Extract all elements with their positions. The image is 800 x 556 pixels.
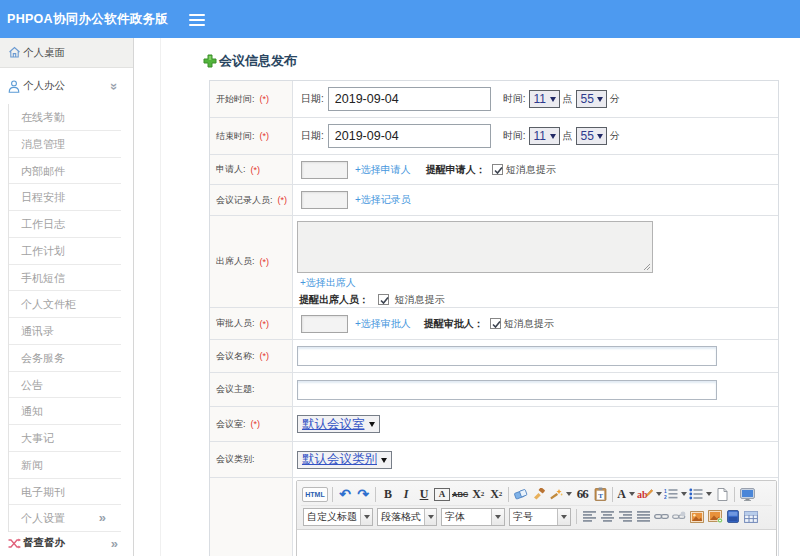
sidebar-item-announcement[interactable]: 公告 bbox=[9, 372, 121, 399]
hour-value: 11 bbox=[534, 92, 546, 106]
page-header: 会议信息发布 bbox=[203, 52, 297, 70]
align-center-icon[interactable] bbox=[599, 508, 615, 526]
minute-value: 55 bbox=[581, 92, 594, 106]
choose-approver-link[interactable]: +选择审批人 bbox=[355, 317, 411, 331]
choose-applicant-link[interactable]: +选择申请人 bbox=[355, 163, 411, 177]
sidebar-item-workplan[interactable]: 工作计划 bbox=[9, 238, 121, 265]
sidebar-item-news[interactable]: 新闻 bbox=[9, 452, 121, 479]
sidebar-item-inspection[interactable]: 督查督办 » bbox=[0, 532, 133, 554]
start-minute-select[interactable]: 55 bbox=[576, 90, 607, 108]
sidebar-item-notice[interactable]: 通知 bbox=[9, 398, 121, 425]
font-select[interactable]: 字体 bbox=[441, 508, 505, 526]
redo-icon[interactable]: ↷ bbox=[355, 485, 371, 503]
sidebar-item-mail[interactable]: 内部邮件 bbox=[9, 158, 121, 185]
editor-content-area[interactable] bbox=[297, 530, 776, 556]
required-mark: (*) bbox=[260, 257, 270, 267]
hour-value: 11 bbox=[534, 129, 546, 143]
eraser-icon[interactable] bbox=[513, 485, 529, 503]
minute-value: 55 bbox=[581, 129, 594, 143]
approver-input[interactable] bbox=[301, 315, 348, 333]
strikethrough-icon[interactable]: ABC bbox=[452, 485, 468, 503]
app-title: PHPOA协同办公软件政务版 bbox=[7, 11, 168, 28]
meeting-name-input[interactable] bbox=[297, 346, 717, 366]
end-date-input[interactable] bbox=[328, 124, 491, 148]
sidebar-item-sms[interactable]: 手机短信 bbox=[9, 265, 121, 292]
unordered-list-icon[interactable] bbox=[689, 485, 712, 503]
attendees-textarea[interactable] bbox=[297, 221, 653, 273]
form-row-approver: 审批人员:(*) +选择审批人 提醒审批人： 短消息提示 bbox=[210, 308, 778, 340]
dropdown-arrow-icon bbox=[550, 134, 556, 139]
align-right-icon[interactable] bbox=[617, 508, 633, 526]
meeting-type-select[interactable]: 默认会议类别 bbox=[297, 451, 392, 469]
meeting-room-select[interactable]: 默认会议室 bbox=[297, 415, 380, 433]
paste-icon[interactable]: T bbox=[592, 485, 608, 503]
end-hour-select[interactable]: 11 bbox=[529, 127, 560, 145]
table-icon[interactable] bbox=[743, 508, 759, 526]
sidebar-item-filecabinet[interactable]: 个人文件柜 bbox=[9, 291, 121, 318]
sidebar-item-office[interactable]: 个人办公 » bbox=[0, 68, 133, 104]
approver-sms-checkbox[interactable] bbox=[490, 318, 501, 329]
underline-icon[interactable]: U bbox=[416, 485, 432, 503]
sidebar-item-meeting-service[interactable]: 会务服务 bbox=[9, 345, 121, 372]
svg-text:2: 2 bbox=[664, 495, 667, 500]
font-color-icon[interactable]: A bbox=[617, 485, 635, 503]
sidebar-item-messages[interactable]: 消息管理 bbox=[9, 131, 121, 158]
ordered-list-icon[interactable]: 12 bbox=[664, 485, 687, 503]
insert-image-icon[interactable] bbox=[707, 508, 723, 526]
link-icon[interactable] bbox=[653, 508, 669, 526]
attendees-sms-checkbox[interactable] bbox=[378, 294, 389, 305]
sidebar-item-settings[interactable]: 个人设置» bbox=[9, 505, 121, 532]
sidebar-item-journal[interactable]: 电子期刊 bbox=[9, 479, 121, 506]
sidebar-item-attendance[interactable]: 在线考勤 bbox=[9, 104, 121, 131]
form-row-meeting-type: 会议类别: 默认会议类别 bbox=[210, 442, 778, 478]
start-date-input[interactable] bbox=[328, 87, 491, 111]
applicant-input[interactable] bbox=[301, 161, 348, 179]
dropdown-arrow-icon bbox=[369, 422, 375, 427]
format-brush-icon[interactable] bbox=[531, 485, 547, 503]
field-label: 出席人员: bbox=[216, 255, 255, 268]
sidebar-item-schedule[interactable]: 日程安排 bbox=[9, 184, 121, 211]
align-left-icon[interactable] bbox=[581, 508, 597, 526]
format-select[interactable]: 段落格式 bbox=[377, 508, 437, 526]
undo-icon[interactable]: ↶ bbox=[337, 485, 353, 503]
media-icon[interactable] bbox=[725, 508, 741, 526]
required-mark: (*) bbox=[278, 195, 288, 205]
fullscreen-icon[interactable] bbox=[739, 485, 755, 503]
sidebar-item-label: 督查督办 bbox=[23, 536, 65, 550]
toolbar-row-1: HTML ↶ ↷ B I U A ABC X2 X2 bbox=[301, 483, 772, 505]
choose-attendees-link[interactable]: +选择出席人 bbox=[300, 276, 356, 290]
sidebar-item-worklog[interactable]: 工作日志 bbox=[9, 211, 121, 238]
font-size-select[interactable]: 字号 bbox=[509, 508, 571, 526]
form-row-meeting-name: 会议名称:(*) bbox=[210, 340, 778, 373]
time-label: 时间: bbox=[503, 92, 526, 106]
image-icon[interactable] bbox=[689, 508, 705, 526]
field-label: 会议记录人员: bbox=[216, 194, 273, 207]
html-source-button[interactable]: HTML bbox=[302, 487, 328, 502]
heading-select[interactable]: 自定义标题 bbox=[303, 508, 373, 526]
start-hour-select[interactable]: 11 bbox=[529, 90, 560, 108]
sidebar-item-contacts[interactable]: 通讯录 bbox=[9, 318, 121, 345]
highlight-icon[interactable]: ab bbox=[637, 485, 663, 503]
menu-toggle-icon[interactable] bbox=[189, 14, 205, 26]
superscript-icon[interactable]: X2 bbox=[470, 485, 486, 503]
unlink-icon[interactable] bbox=[671, 508, 687, 526]
field-label: 审批人员: bbox=[216, 317, 255, 330]
blockquote-icon[interactable]: 66 bbox=[574, 485, 590, 503]
applicant-sms-checkbox[interactable] bbox=[492, 164, 503, 175]
recorder-input[interactable] bbox=[301, 191, 348, 209]
subscript-icon[interactable]: X2 bbox=[488, 485, 504, 503]
end-minute-select[interactable]: 55 bbox=[576, 127, 607, 145]
sidebar-item-events[interactable]: 大事记 bbox=[9, 425, 121, 452]
align-justify-icon[interactable] bbox=[635, 508, 651, 526]
meeting-subject-input[interactable] bbox=[297, 380, 717, 400]
remind-attendees-label: 提醒出席人员： bbox=[299, 294, 369, 305]
new-page-icon[interactable] bbox=[714, 485, 730, 503]
sidebar-item-desktop[interactable]: 个人桌面 bbox=[0, 38, 133, 68]
chevron-double-right-icon: » bbox=[99, 505, 106, 532]
choose-recorder-link[interactable]: +选择记录员 bbox=[355, 193, 411, 207]
italic-icon[interactable]: I bbox=[398, 485, 414, 503]
font-style-icon[interactable]: A bbox=[434, 488, 450, 501]
sms-hint-label: 短消息提示 bbox=[506, 163, 556, 177]
bold-icon[interactable]: B bbox=[380, 485, 396, 503]
magic-wand-icon[interactable] bbox=[549, 485, 572, 503]
